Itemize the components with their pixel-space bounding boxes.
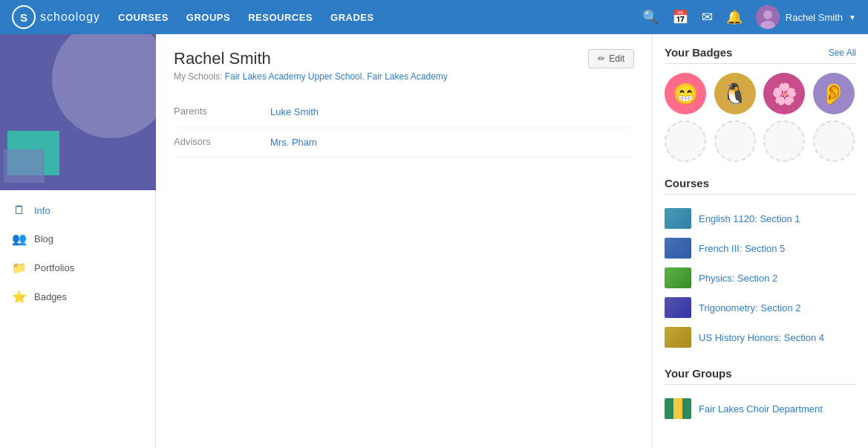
badge-ear: 👂 bbox=[813, 73, 855, 114]
badges-title: Your Badges bbox=[665, 46, 732, 59]
course-name-french[interactable]: French III: Section 5 bbox=[699, 243, 785, 254]
advisors-label: Advisors bbox=[174, 136, 270, 148]
right-panel: Your Badges See All 😁 🐧 🌸 👂 Courses bbox=[653, 34, 868, 448]
edit-pencil-icon: ✏ bbox=[598, 53, 605, 64]
nav-resources[interactable]: RESOURCES bbox=[248, 9, 313, 26]
bell-icon[interactable]: 🔔 bbox=[726, 9, 743, 25]
parent-link[interactable]: Luke Smith bbox=[270, 106, 319, 117]
profile-image bbox=[0, 34, 156, 190]
page-content: 🗒 Info 👥 Blog 📁 Portfolios ⭐ Badges Rach… bbox=[0, 34, 868, 448]
mail-icon[interactable]: ✉ bbox=[702, 9, 713, 25]
course-name-history[interactable]: US History Honors: Section 4 bbox=[699, 332, 824, 343]
logo-circle: S bbox=[12, 5, 36, 29]
parents-row: Parents Luke Smith bbox=[174, 97, 634, 127]
group-choir[interactable]: Fair Lakes Choir Department bbox=[665, 394, 856, 423]
badges-icon: ⭐ bbox=[12, 290, 27, 304]
course-physics[interactable]: Physics: Section 2 bbox=[665, 263, 856, 293]
nav-grades[interactable]: GRADES bbox=[330, 9, 374, 26]
profile-schools: My Schools: Fair Lakes Academy Upper Sch… bbox=[174, 71, 448, 82]
sidebar-item-portfolios[interactable]: 📁 Portfolios bbox=[0, 253, 155, 282]
sidebar-item-blog[interactable]: 👥 Blog bbox=[0, 224, 155, 253]
advisors-value: Mrs. Pham bbox=[270, 136, 317, 148]
info-icon: 🗒 bbox=[12, 204, 27, 217]
svg-point-1 bbox=[763, 10, 772, 19]
blog-icon: 👥 bbox=[12, 232, 27, 246]
courses-header: Courses bbox=[665, 177, 856, 195]
course-thumb-english bbox=[665, 208, 691, 229]
parents-value: Luke Smith bbox=[270, 105, 319, 117]
top-navigation: S schoology COURSES GROUPS RESOURCES GRA… bbox=[0, 0, 868, 34]
groups-section: Your Groups Fair Lakes Choir Department bbox=[665, 367, 856, 423]
badges-empty-row bbox=[665, 120, 856, 162]
courses-title: Courses bbox=[665, 177, 709, 189]
search-icon[interactable]: 🔍 bbox=[642, 9, 659, 25]
avatar bbox=[756, 5, 780, 29]
dropdown-caret-icon: ▼ bbox=[849, 13, 856, 22]
nav-icons: 🔍 📅 ✉ 🔔 Rachel Smith ▼ bbox=[642, 5, 856, 29]
badges-see-all[interactable]: See All bbox=[829, 48, 856, 58]
course-name-english[interactable]: English 1120: Section 1 bbox=[699, 213, 800, 224]
sidebar-item-blog-label: Blog bbox=[34, 233, 53, 244]
calendar-icon[interactable]: 📅 bbox=[672, 9, 688, 25]
badge-empty-1 bbox=[665, 120, 706, 162]
profile-info: Rachel Smith My Schools: Fair Lakes Acad… bbox=[174, 49, 448, 82]
user-menu[interactable]: Rachel Smith ▼ bbox=[756, 5, 856, 29]
schools-label: My Schools: bbox=[174, 71, 222, 82]
sidebar-item-info[interactable]: 🗒 Info bbox=[0, 196, 155, 224]
logo[interactable]: S schoology bbox=[12, 5, 100, 29]
advisor-link[interactable]: Mrs. Pham bbox=[270, 137, 317, 148]
edit-button[interactable]: ✏ Edit bbox=[588, 49, 634, 68]
nav-groups[interactable]: GROUPS bbox=[186, 9, 230, 26]
groups-header: Your Groups bbox=[665, 367, 856, 385]
nav-links: COURSES GROUPS RESOURCES GRADES bbox=[118, 9, 642, 26]
course-english[interactable]: English 1120: Section 1 bbox=[665, 204, 856, 233]
sidebar-item-info-label: Info bbox=[34, 205, 50, 216]
parents-label: Parents bbox=[174, 105, 270, 117]
group-thumb-choir bbox=[665, 398, 691, 419]
course-thumb-physics bbox=[665, 267, 691, 288]
badge-empty-4 bbox=[813, 120, 855, 162]
badge-flower: 🌸 bbox=[763, 73, 805, 114]
groups-title: Your Groups bbox=[665, 367, 732, 380]
course-name-physics[interactable]: Physics: Section 2 bbox=[699, 273, 777, 284]
badge-penguin: 🐧 bbox=[714, 73, 756, 114]
course-french[interactable]: French III: Section 5 bbox=[665, 233, 856, 263]
badges-section: Your Badges See All 😁 🐧 🌸 👂 bbox=[665, 46, 856, 162]
badges-header: Your Badges See All bbox=[665, 46, 856, 64]
course-history[interactable]: US History Honors: Section 4 bbox=[665, 322, 856, 352]
course-name-trig[interactable]: Trigonometry: Section 2 bbox=[699, 302, 801, 314]
profile-image-circle bbox=[52, 34, 156, 138]
info-table: Parents Luke Smith Advisors Mrs. Pham bbox=[174, 97, 634, 158]
user-name: Rachel Smith bbox=[786, 12, 843, 23]
badge-empty-3 bbox=[763, 120, 805, 162]
course-thumb-history bbox=[665, 327, 691, 348]
course-thumb-trig bbox=[665, 297, 691, 318]
logo-text: schoology bbox=[40, 10, 100, 24]
school-link-main[interactable]: Fair Lakes Academy bbox=[367, 71, 448, 82]
courses-section: Courses English 1120: Section 1 French I… bbox=[665, 177, 856, 352]
profile-header: Rachel Smith My Schools: Fair Lakes Acad… bbox=[174, 49, 634, 82]
sidebar-nav: 🗒 Info 👥 Blog 📁 Portfolios ⭐ Badges bbox=[0, 190, 155, 317]
badge-smiley: 😁 bbox=[665, 73, 706, 114]
badge-empty-2 bbox=[714, 120, 756, 162]
group-name-choir[interactable]: Fair Lakes Choir Department bbox=[699, 403, 823, 415]
course-thumb-french bbox=[665, 238, 691, 259]
course-trig[interactable]: Trigonometry: Section 2 bbox=[665, 293, 856, 322]
profile-name: Rachel Smith bbox=[174, 49, 448, 68]
main-content: Rachel Smith My Schools: Fair Lakes Acad… bbox=[156, 34, 653, 448]
edit-button-label: Edit bbox=[609, 53, 624, 64]
profile-image-bg bbox=[0, 34, 156, 190]
badges-earned-row: 😁 🐧 🌸 👂 bbox=[665, 73, 856, 114]
sidebar-item-badges-label: Badges bbox=[34, 291, 67, 302]
sidebar-item-portfolios-label: Portfolios bbox=[34, 262, 74, 273]
profile-image-overlay bbox=[4, 149, 45, 183]
sidebar: 🗒 Info 👥 Blog 📁 Portfolios ⭐ Badges bbox=[0, 34, 156, 448]
logo-letter: S bbox=[20, 11, 27, 24]
nav-courses[interactable]: COURSES bbox=[118, 9, 169, 26]
portfolios-icon: 📁 bbox=[12, 261, 27, 275]
sidebar-item-badges[interactable]: ⭐ Badges bbox=[0, 282, 155, 311]
advisors-row: Advisors Mrs. Pham bbox=[174, 127, 634, 158]
school-link-upper[interactable]: Fair Lakes Academy Upper School bbox=[225, 71, 362, 82]
